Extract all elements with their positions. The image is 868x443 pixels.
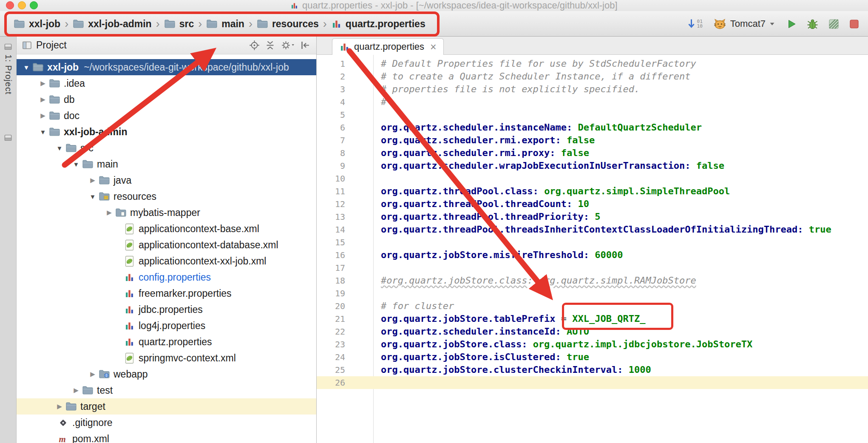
tree-item-resources[interactable]: ▼resources — [17, 188, 316, 204]
code-line-24[interactable]: 24org.quartz.jobStore.isClustered: true — [317, 351, 868, 363]
code-line-9[interactable]: 9org.quartz.scheduler.wrapJobExecutionIn… — [317, 159, 868, 172]
collapse-arrow-icon[interactable]: ▼ — [21, 64, 32, 71]
locate-button[interactable] — [249, 40, 260, 51]
breadcrumb-item-resources[interactable]: resources — [256, 18, 320, 30]
code-text: org.quartz.scheduler.instanceName: Defau… — [373, 121, 702, 134]
collapse-arrow-icon[interactable]: ▼ — [71, 161, 82, 168]
breadcrumb-item-xxl-job[interactable]: xxl-job — [13, 18, 61, 30]
tree-item-xxl-job[interactable]: ▼xxl-job~/workspaces/idea-git-workspace/… — [17, 59, 316, 75]
code-line-5[interactable]: 5 — [317, 108, 868, 121]
tree-item-freemarker.properties[interactable]: freemarker.properties — [17, 285, 316, 301]
stop-button[interactable] — [849, 19, 859, 29]
tree-item-applicationcontext-xxl-job.xml[interactable]: applicationcontext-xxl-job.xml — [17, 253, 316, 269]
code-line-13[interactable]: 13org.quartz.threadPool.threadPriority: … — [317, 210, 868, 223]
tool-window-button-secondary[interactable] — [0, 133, 16, 142]
run-button[interactable] — [786, 18, 797, 30]
breadcrumb-item-xxl-job-admin[interactable]: xxl-job-admin — [72, 18, 153, 30]
code-line-7[interactable]: 7org.quartz.scheduler.rmi.export: false — [317, 134, 868, 147]
expand-arrow-icon[interactable]: ▶ — [37, 80, 48, 87]
tree-item-webapp[interactable]: ▶webapp — [17, 366, 316, 382]
properties-file-icon — [339, 42, 350, 52]
tree-item-springmvc-context.xml[interactable]: springmvc-context.xml — [17, 350, 316, 366]
tree-item-config.properties[interactable]: config.properties — [17, 269, 316, 285]
update-indicator[interactable]: 01 10 — [687, 18, 703, 30]
tree-item-label: mybatis-mapper — [130, 207, 200, 219]
collapse-arrow-icon[interactable]: ▼ — [54, 145, 65, 152]
code-line-8[interactable]: 8org.quartz.scheduler.rmi.proxy: false — [317, 147, 868, 159]
minimize-window-button[interactable] — [18, 1, 26, 9]
tree-item-label: .gitignore — [72, 417, 113, 429]
debug-button[interactable] — [806, 18, 819, 30]
close-window-button[interactable] — [6, 1, 14, 9]
code-line-12[interactable]: 12org.quartz.threadPool.threadCount: 10 — [317, 198, 868, 210]
tree-item-main[interactable]: ▼main — [17, 156, 316, 172]
code-line-21[interactable]: 21org.quartz.jobStore.tablePrefix = XXL_… — [317, 312, 868, 325]
tree-item-xxl-job-admin[interactable]: ▼xxl-job-admin — [17, 124, 316, 140]
code-line-17[interactable]: 17 — [317, 261, 868, 274]
tree-item-applicationcontext-base.xml[interactable]: applicationcontext-base.xml — [17, 221, 316, 237]
tree-item-src[interactable]: ▼src — [17, 140, 316, 156]
code-line-26[interactable]: 26 — [317, 376, 868, 389]
tree-item-.idea[interactable]: ▶.idea — [17, 75, 316, 91]
tree-item-pom.xml[interactable]: mpom.xml — [17, 431, 316, 443]
expand-arrow-icon[interactable]: ▶ — [71, 386, 82, 394]
coverage-button[interactable] — [828, 18, 840, 30]
code-line-4[interactable]: 4# — [317, 96, 868, 108]
code-line-19[interactable]: 19 — [317, 287, 868, 300]
code-line-6[interactable]: 6org.quartz.scheduler.instanceName: Defa… — [317, 121, 868, 134]
zoom-window-button[interactable] — [30, 1, 38, 9]
hide-button[interactable] — [300, 40, 311, 51]
code-line-16[interactable]: 16org.quartz.jobStore.misfireThreshold: … — [317, 249, 868, 261]
code-line-1[interactable]: 1# Default Properties file for use by St… — [317, 57, 868, 70]
breadcrumb-label: quartz.properties — [346, 18, 425, 30]
tree-item-doc[interactable]: ▶doc — [17, 108, 316, 124]
tree-item-jdbc.properties[interactable]: jdbc.properties — [17, 301, 316, 318]
expand-arrow-icon[interactable]: ▶ — [54, 403, 65, 410]
run-configuration-selector[interactable]: Tomcat7 — [713, 18, 775, 30]
code-line-23[interactable]: 23org.quartz.jobStore.class: org.quartz.… — [317, 338, 868, 351]
expand-arrow-icon[interactable]: ▶ — [37, 96, 48, 103]
code-line-18[interactable]: 18#org.quartz.jobStore.class: org.quartz… — [317, 274, 868, 287]
code-line-25[interactable]: 25org.quartz.jobStore.clusterCheckinInte… — [317, 363, 868, 376]
tree-item-java[interactable]: ▶java — [17, 172, 316, 188]
tree-item-label: config.properties — [139, 272, 211, 283]
tree-item-quartz.properties[interactable]: quartz.properties — [17, 334, 316, 350]
tree-item-log4j.properties[interactable]: log4j.properties — [17, 318, 316, 334]
code-line-10[interactable]: 10 — [317, 172, 868, 185]
breadcrumb-item-main[interactable]: main — [205, 18, 245, 30]
settings-button[interactable] — [280, 40, 295, 51]
tool-window-button-project[interactable]: 1: Project — [0, 43, 16, 94]
editor[interactable]: 1# Default Properties file for use by St… — [317, 55, 868, 443]
close-tab-icon[interactable]: × — [430, 43, 437, 51]
expand-arrow-icon[interactable]: ▶ — [87, 176, 98, 184]
line-number: 8 — [317, 147, 373, 159]
line-number: 13 — [317, 210, 373, 223]
code-line-20[interactable]: 20# for cluster — [317, 300, 868, 312]
code-line-3[interactable]: 3# properties file is not explicitly spe… — [317, 83, 868, 96]
expand-arrow-icon[interactable]: ▶ — [37, 112, 48, 119]
tree-item-test[interactable]: ▶test — [17, 382, 316, 398]
code-line-2[interactable]: 2# to create a Quartz Scheduler Instance… — [317, 70, 868, 83]
line-number: 1 — [317, 57, 373, 70]
tree-item-db[interactable]: ▶db — [17, 91, 316, 108]
run-toolbar: 01 10 Tomcat7 — [687, 11, 859, 37]
code-line-11[interactable]: 11org.quartz.threadPool.class: org.quart… — [317, 185, 868, 198]
properties-icon — [123, 288, 135, 299]
tree-item-target[interactable]: ▶target — [17, 398, 316, 415]
tree-item-applicationcontext-database.xml[interactable]: applicationcontext-database.xml — [17, 237, 316, 253]
expand-arrow-icon[interactable]: ▶ — [87, 370, 98, 378]
collapse-button[interactable] — [264, 40, 276, 51]
properties-icon — [123, 272, 135, 283]
collapse-arrow-icon[interactable]: ▼ — [37, 128, 48, 136]
code-line-15[interactable]: 15 — [317, 236, 868, 249]
tree-item-mybatis-mapper[interactable]: ▶mybatis-mapper — [17, 204, 316, 221]
tree-item-.gitignore[interactable]: .gitignore — [17, 415, 316, 431]
breadcrumb-item-src[interactable]: src — [163, 18, 195, 30]
expand-arrow-icon[interactable]: ▶ — [104, 209, 115, 216]
code-text: # Default Properties file for use by Std… — [373, 57, 696, 70]
breadcrumb-item-quartz.properties[interactable]: quartz.properties — [330, 18, 426, 30]
code-line-14[interactable]: 14org.quartz.threadPool.threadsInheritCo… — [317, 223, 868, 236]
code-line-22[interactable]: 22org.quartz.scheduler.instanceId: AUTO — [317, 325, 868, 338]
editor-tab-quartz-properties[interactable]: quartz.properties × — [332, 38, 444, 55]
collapse-arrow-icon[interactable]: ▼ — [87, 193, 98, 200]
